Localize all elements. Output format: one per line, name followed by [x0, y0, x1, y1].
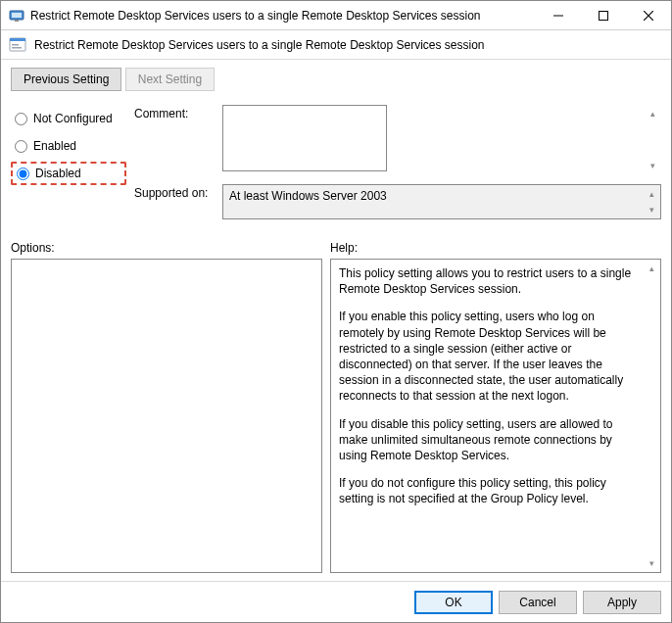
svg-rect-7: [12, 47, 22, 49]
policy-icon: [9, 36, 26, 54]
svg-rect-6: [12, 44, 19, 46]
policy-header: Restrict Remote Desktop Services users t…: [1, 30, 671, 60]
state-radio-group: Not Configured Enabled Disabled: [11, 105, 126, 229]
supported-on-text: At least Windows Server 2003: [229, 189, 387, 203]
svg-rect-1: [12, 13, 22, 18]
fields: Comment: ▴ ▾ Supported on: At least Wind…: [134, 105, 661, 229]
dialog-footer: OK Cancel Apply: [1, 581, 671, 622]
radio-enabled[interactable]: Enabled: [11, 134, 126, 158]
svg-rect-5: [10, 38, 25, 41]
cancel-button[interactable]: Cancel: [499, 591, 577, 614]
help-scrollbar[interactable]: ▴ ▾: [644, 261, 659, 571]
help-scroll-up-icon: ▴: [644, 261, 659, 276]
help-label: Help:: [330, 241, 358, 255]
options-help-labels: Options: Help:: [1, 235, 671, 259]
minimize-button[interactable]: [536, 1, 581, 30]
comment-row: Comment: ▴ ▾: [134, 105, 661, 174]
help-p1: This policy setting allows you to restri…: [339, 265, 641, 297]
radio-not-configured[interactable]: Not Configured: [11, 107, 126, 130]
radio-disabled[interactable]: Disabled: [11, 162, 126, 185]
close-button[interactable]: [626, 1, 671, 30]
supported-scroll-down: ▾: [644, 202, 659, 217]
policy-title: Restrict Remote Desktop Services users t…: [34, 38, 485, 52]
supported-row: Supported on: At least Windows Server 20…: [134, 184, 661, 219]
radio-not-configured-label: Not Configured: [33, 112, 113, 125]
options-label: Options:: [11, 241, 330, 255]
apply-button[interactable]: Apply: [583, 591, 661, 614]
ok-button[interactable]: OK: [414, 591, 493, 614]
maximize-button[interactable]: [581, 1, 626, 30]
supported-scroll-up: ▴: [644, 186, 659, 202]
help-p2: If you enable this policy setting, users…: [339, 309, 641, 404]
comment-scroll-up[interactable]: ▴: [645, 106, 660, 121]
comment-label: Comment:: [134, 105, 222, 120]
help-p3: If you disable this policy setting, user…: [339, 416, 641, 464]
app-icon: [9, 8, 24, 24]
radio-not-configured-input[interactable]: [15, 113, 27, 125]
dialog-window: Restrict Remote Desktop Services users t…: [0, 0, 672, 623]
radio-enabled-label: Enabled: [33, 139, 76, 153]
comment-textarea[interactable]: [222, 105, 387, 171]
radio-disabled-input[interactable]: [17, 168, 29, 180]
config-area: Not Configured Enabled Disabled Comment:…: [1, 95, 671, 235]
comment-scroll-down[interactable]: ▾: [645, 158, 660, 173]
panes: This policy setting allows you to restri…: [1, 259, 671, 581]
help-p4: If you do not configure this policy sett…: [339, 475, 641, 506]
options-pane: [11, 259, 322, 573]
help-pane: This policy setting allows you to restri…: [330, 259, 661, 573]
nav-row: Previous Setting Next Setting: [1, 60, 671, 95]
radio-disabled-label: Disabled: [35, 167, 81, 180]
titlebar: Restrict Remote Desktop Services users t…: [1, 1, 671, 30]
svg-rect-2: [15, 20, 19, 22]
radio-enabled-input[interactable]: [15, 140, 27, 153]
next-setting-button: Next Setting: [125, 68, 215, 91]
supported-label: Supported on:: [134, 184, 222, 200]
svg-rect-3: [600, 11, 608, 20]
help-scroll-down-icon: ▾: [644, 555, 659, 571]
previous-setting-button[interactable]: Previous Setting: [11, 68, 121, 91]
window-title: Restrict Remote Desktop Services users t…: [30, 9, 536, 23]
supported-on-value: At least Windows Server 2003 ▴ ▾: [222, 184, 661, 219]
